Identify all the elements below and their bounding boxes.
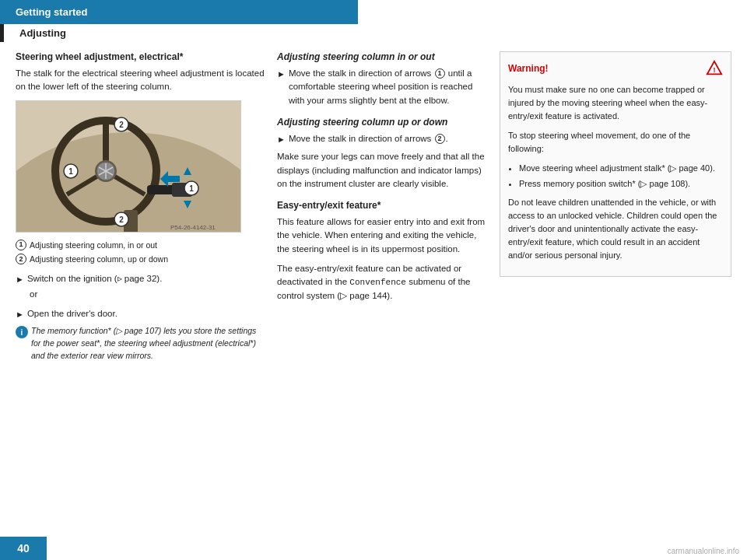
inline-circle-1: 1	[435, 68, 445, 79]
easy-entry-section: Easy-entry/exit feature* This feature al…	[277, 200, 487, 303]
caption-row-1: 1 Adjusting steering column, in or out	[16, 239, 265, 252]
step-or: or	[30, 288, 265, 301]
info-text: The memory function* (▷ page 107) lets y…	[31, 325, 265, 362]
caption-2-text: Adjusting steering column, up or down	[30, 253, 168, 266]
adjust-updown-title: Adjusting steering column up or down	[277, 117, 487, 128]
warning-bullet-2: Press memory position switch* (▷ page 10…	[519, 177, 723, 191]
warning-bullets: Move steering wheel adjustment stalk* (▷…	[508, 162, 723, 190]
adjust-inout-title: Adjusting steering column in or out	[277, 51, 487, 62]
steering-wheel-svg: 2 1 1 2 P54-26-4142-31	[16, 101, 241, 233]
warning-bullet-1: Move steering wheel adjustment stalk* (▷…	[519, 162, 723, 175]
watermark: carmanualonline.info	[668, 547, 739, 555]
svg-text:2: 2	[119, 121, 124, 129]
left-column: Steering wheel adjustment, electrical* T…	[16, 51, 265, 362]
adjust-updown-body: Move the stalk in direction of arrows 2.	[289, 132, 448, 145]
center-column: Adjusting steering column in or out ► Mo…	[277, 51, 487, 362]
svg-text:1: 1	[68, 167, 73, 176]
svg-text:2: 2	[119, 215, 124, 224]
easy-menu-code: Convenfence	[349, 278, 406, 287]
arrow-updown: ►	[277, 133, 286, 146]
arrow-inout: ►	[277, 68, 286, 81]
section-label: Adjusting	[0, 24, 747, 42]
steering-wheel-image: 2 1 1 2 P54-26-4142-31	[16, 100, 241, 233]
arrow-1: ►	[16, 273, 24, 286]
step-ignition: ► Switch on the ignition (▹ page 32).	[16, 272, 265, 286]
adjust-updown-note: Make sure your legs can move freely and …	[277, 150, 487, 191]
warning-header: Warning! !	[508, 60, 723, 77]
inline-circle-2: 2	[435, 134, 445, 144]
arrow-2: ►	[16, 308, 24, 321]
adjust-updown-step: ► Move the stalk in direction of arrows …	[277, 132, 487, 146]
image-captions: 1 Adjusting steering column, in or out 2…	[16, 239, 265, 267]
circle-num-1: 1	[16, 240, 26, 250]
svg-text:P54-26-4142-31: P54-26-4142-31	[170, 224, 216, 231]
left-section-title: Steering wheel adjustment, electrical*	[16, 51, 265, 62]
info-icon: i	[16, 326, 28, 338]
main-content: Steering wheel adjustment, electrical* T…	[0, 42, 747, 362]
right-column: Warning! ! You must make sure no one can…	[500, 51, 731, 362]
adjust-inout-body: Move the stalk in direction of arrows 1 …	[289, 67, 487, 107]
warning-para1: You must make sure no one can become tra…	[508, 83, 723, 123]
warning-para3: Do not leave children unattended in the …	[508, 196, 723, 262]
easy-body1: This feature allows for easier entry int…	[277, 215, 487, 256]
adjust-inout-step: ► Move the stalk in direction of arrows …	[277, 67, 487, 107]
header-section: Getting started	[16, 6, 87, 18]
step1-text: Switch on the ignition (▹ page 32).	[27, 272, 163, 285]
warning-triangle-icon: !	[706, 60, 723, 77]
caption-row-2: 2 Adjusting steering column, up or down	[16, 253, 265, 266]
warning-para2: To stop steering wheel movement, do one …	[508, 129, 723, 156]
page-wrapper: Getting started Adjusting Steering wheel…	[0, 0, 747, 560]
caption-1-text: Adjusting steering column, in or out	[30, 239, 157, 252]
page-number: 40	[0, 537, 47, 560]
left-intro-text: The stalk for the electrical steering wh…	[16, 67, 265, 94]
warning-title: Warning!	[508, 61, 549, 75]
step-door: ► Open the driver's door.	[16, 307, 265, 321]
easy-body2: The easy-entry/exit feature can be activ…	[277, 262, 487, 303]
svg-text:!: !	[713, 66, 715, 74]
step2-text: Open the driver's door.	[27, 307, 117, 320]
warning-box: Warning! ! You must make sure no one can…	[500, 51, 731, 277]
circle-num-2: 2	[16, 254, 26, 264]
easy-title: Easy-entry/exit feature*	[277, 200, 487, 211]
header-bar: Getting started	[0, 0, 358, 24]
svg-text:1: 1	[189, 184, 194, 193]
info-box: i The memory function* (▷ page 107) lets…	[16, 325, 265, 362]
